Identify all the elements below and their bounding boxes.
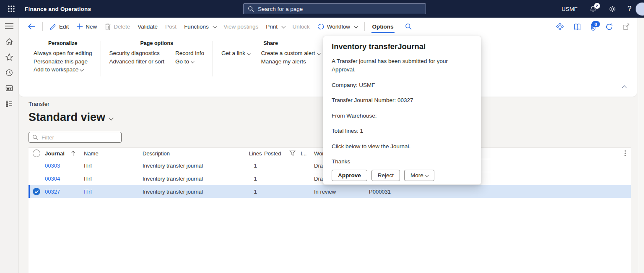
ribbon-group-page-options: Page options Security diagnostics Advanc… bbox=[109, 40, 204, 66]
workflow-approval-popup: Inventory transferJournal A Transfer jou… bbox=[323, 36, 481, 185]
popup-body-line: Total lines: 1 bbox=[332, 127, 473, 135]
description-cell: Inventory transfer journal bbox=[143, 176, 203, 182]
page-search-box[interactable] bbox=[243, 3, 426, 14]
chevron-down-icon bbox=[191, 59, 195, 63]
open-in-new-window-icon[interactable] bbox=[622, 23, 630, 31]
show-related-diamond-icon[interactable] bbox=[556, 22, 564, 31]
modules-list-icon[interactable] bbox=[5, 99, 14, 108]
plus-icon bbox=[76, 23, 83, 30]
task-guide-book-icon[interactable] bbox=[573, 23, 582, 31]
journal-link[interactable]: 00327 bbox=[45, 189, 60, 195]
sort-ascending-icon bbox=[71, 150, 75, 156]
approve-button[interactable]: Approve bbox=[332, 170, 367, 181]
ribbon-group-title: Page options bbox=[109, 40, 204, 46]
help-icon[interactable]: ? bbox=[628, 5, 631, 13]
go-to-link[interactable]: Go to bbox=[175, 58, 204, 66]
journal-link[interactable]: 00304 bbox=[45, 176, 60, 182]
notifications-bell-icon[interactable]: 2 bbox=[589, 5, 597, 13]
popup-body-line: Thanks bbox=[332, 158, 473, 166]
actionbar-search-icon[interactable] bbox=[398, 21, 415, 32]
advanced-filter-or-sort-link[interactable]: Advanced filter or sort bbox=[109, 58, 164, 66]
row-selected-check-icon[interactable] bbox=[33, 188, 40, 195]
journal-link[interactable]: 00303 bbox=[45, 163, 60, 169]
new-button[interactable]: New bbox=[73, 21, 101, 32]
security-diagnostics-link[interactable]: Security diagnostics bbox=[109, 49, 164, 58]
header-right-cluster: USMF 2 ? bbox=[561, 0, 631, 18]
workflow-menu-button[interactable]: Workflow bbox=[314, 21, 361, 32]
user-avatar[interactable] bbox=[636, 3, 644, 16]
ribbon-divider bbox=[101, 41, 101, 76]
lines-cell: 1 bbox=[248, 163, 262, 169]
lines-cell: 1 bbox=[248, 176, 262, 182]
page-search-input[interactable] bbox=[257, 5, 426, 13]
divider bbox=[364, 22, 365, 31]
column-header-description[interactable]: Description bbox=[143, 150, 170, 157]
ribbon-group-share: Share Get a link Create a custom alert M… bbox=[221, 40, 320, 66]
pencil-icon bbox=[49, 23, 57, 30]
favorites-star-icon[interactable] bbox=[5, 52, 14, 61]
collapse-action-pane-chevron-up-icon[interactable] bbox=[623, 84, 626, 91]
select-all-circle[interactable] bbox=[33, 150, 40, 157]
name-cell: ITrf bbox=[84, 163, 92, 169]
filter-input[interactable] bbox=[41, 134, 121, 141]
worker-cell: P000031 bbox=[369, 189, 391, 195]
delete-button[interactable]: Delete bbox=[101, 21, 134, 32]
popup-body-line: A Transfer journal has been submitted fo… bbox=[332, 57, 473, 74]
options-tab[interactable]: Options bbox=[368, 21, 398, 32]
grid-more-options-icon[interactable] bbox=[624, 150, 626, 157]
refresh-icon[interactable] bbox=[605, 23, 613, 31]
functions-menu-button[interactable]: Functions bbox=[180, 21, 220, 32]
record-info-link[interactable]: Record info bbox=[175, 49, 204, 58]
nav-sidebar bbox=[0, 18, 19, 273]
always-open-for-editing-link[interactable]: Always open for editing bbox=[34, 49, 92, 58]
column-header-in-use[interactable]: I... bbox=[301, 150, 306, 157]
name-link[interactable]: ITrf bbox=[84, 189, 92, 195]
vertical-scrollbar[interactable] bbox=[638, 18, 644, 273]
divider bbox=[42, 22, 43, 31]
popup-body-line: Transfer Journal Number: 00327 bbox=[332, 96, 473, 105]
column-header-name[interactable]: Name bbox=[84, 150, 99, 157]
reject-button[interactable]: Reject bbox=[371, 170, 400, 181]
create-custom-alert-link[interactable]: Create a custom alert bbox=[261, 49, 320, 58]
personalize-this-page-link[interactable]: Personalize this page bbox=[34, 58, 92, 66]
expand-menu-icon[interactable] bbox=[5, 21, 14, 30]
trash-icon bbox=[104, 23, 111, 30]
filter-funnel-icon[interactable] bbox=[289, 150, 296, 156]
recent-clock-icon[interactable] bbox=[5, 68, 14, 77]
get-a-link-link[interactable]: Get a link bbox=[221, 49, 250, 58]
column-header-lines[interactable]: Lines bbox=[248, 150, 262, 157]
workflow-sync-icon bbox=[317, 23, 325, 30]
chevron-down-icon bbox=[80, 67, 84, 71]
attachments-count-icon[interactable]: 0 bbox=[590, 23, 596, 31]
app-launcher-waffle-icon[interactable] bbox=[5, 3, 17, 15]
more-button[interactable]: More bbox=[404, 170, 434, 181]
edit-button[interactable]: Edit bbox=[46, 21, 73, 32]
ribbon-group-personalize: Personalize Always open for editing Pers… bbox=[34, 40, 92, 74]
validate-button[interactable]: Validate bbox=[134, 21, 161, 32]
view-postings-button[interactable]: View postings bbox=[220, 21, 262, 32]
name-cell: ITrf bbox=[84, 176, 92, 182]
filter-search-icon bbox=[32, 134, 38, 140]
chevron-down-icon bbox=[282, 24, 286, 28]
print-menu-button[interactable]: Print bbox=[262, 21, 288, 32]
top-header-bar: Finance and Operations USMF 2 bbox=[0, 0, 644, 18]
unlock-button[interactable]: Unlock bbox=[288, 21, 313, 32]
add-to-workspace-link[interactable]: Add to workspace bbox=[34, 66, 92, 74]
grid-filter-box[interactable] bbox=[29, 132, 122, 143]
view-selector[interactable]: Standard view bbox=[29, 111, 113, 124]
post-button[interactable]: Post bbox=[161, 21, 180, 32]
popup-button-row: Approve Reject More bbox=[332, 170, 473, 181]
home-icon[interactable] bbox=[5, 37, 14, 46]
table-row-selected[interactable]: 00327 ITrf Inventory transfer journal 1 … bbox=[29, 185, 631, 198]
chevron-down-icon bbox=[109, 116, 113, 120]
workspaces-news-icon[interactable] bbox=[5, 84, 14, 92]
manage-my-alerts-link[interactable]: Manage my alerts bbox=[261, 58, 320, 66]
popup-title: Inventory transferJournal bbox=[332, 42, 473, 51]
column-header-journal[interactable]: Journal bbox=[45, 150, 65, 157]
page-section-label: Transfer bbox=[29, 101, 49, 107]
settings-gear-icon[interactable] bbox=[608, 5, 616, 13]
view-title-text: Standard view bbox=[29, 111, 105, 124]
company-picker[interactable]: USMF bbox=[561, 6, 577, 12]
back-button[interactable] bbox=[24, 21, 39, 32]
column-header-posted[interactable]: Posted bbox=[264, 150, 281, 157]
